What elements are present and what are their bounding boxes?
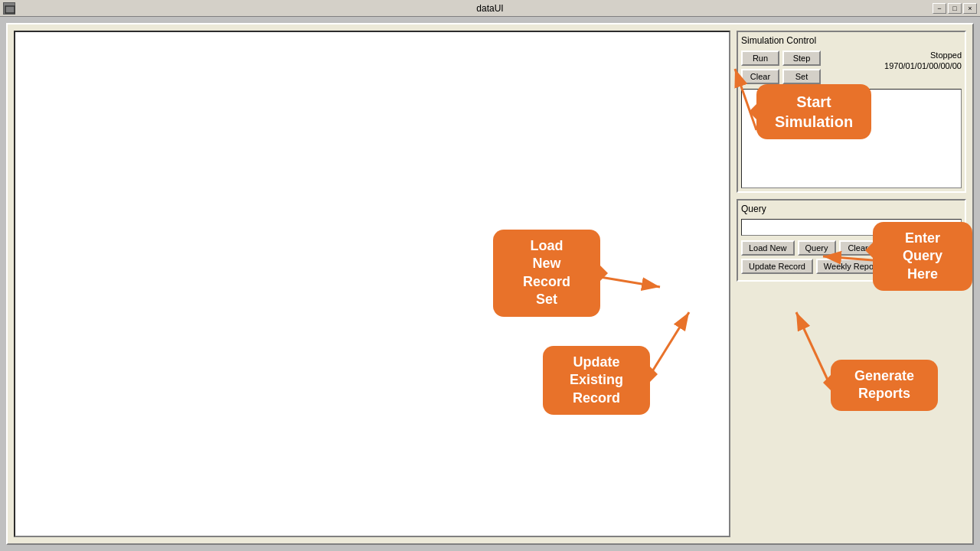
maximize-button[interactable]: □ bbox=[948, 3, 962, 14]
step-button[interactable]: Step bbox=[782, 51, 821, 66]
query-panel-title: Query bbox=[741, 204, 962, 214]
load-new-record-bubble: Load New Record Set bbox=[493, 230, 600, 317]
canvas-area bbox=[14, 31, 730, 537]
start-sim-label: Start Simulation bbox=[775, 93, 853, 130]
update-existing-label: Update Existing Record bbox=[570, 354, 623, 406]
generate-reports-label: Generate Reports bbox=[854, 368, 914, 401]
status-label: Stopped bbox=[930, 51, 962, 60]
window-title: dataUI bbox=[476, 3, 503, 14]
sim-status-area: Stopped 1970/01/01/00/00/00 bbox=[824, 51, 962, 70]
update-record-button[interactable]: Update Record bbox=[741, 259, 813, 274]
clear-sim-button[interactable]: Clear bbox=[741, 69, 779, 84]
run-button[interactable]: Run bbox=[741, 51, 779, 66]
window-controls: − □ × bbox=[933, 3, 977, 14]
set-button[interactable]: Set bbox=[782, 69, 821, 84]
update-existing-record-bubble: Update Existing Record bbox=[543, 346, 650, 415]
query-button[interactable]: Query bbox=[798, 240, 836, 256]
enter-query-label: Enter Query Here bbox=[903, 230, 942, 282]
load-new-button[interactable]: Load New bbox=[741, 240, 795, 256]
enter-query-bubble: Enter Query Here bbox=[873, 222, 972, 291]
datetime-label: 1970/01/01/00/00/00 bbox=[884, 61, 962, 70]
sim-buttons: Run Step Clear Set bbox=[741, 51, 821, 84]
minimize-button[interactable]: − bbox=[933, 3, 946, 14]
start-simulation-bubble: Start Simulation bbox=[756, 84, 871, 139]
close-button[interactable]: × bbox=[963, 3, 977, 14]
generate-reports-bubble: Generate Reports bbox=[831, 360, 938, 411]
sim-control-title: Simulation Control bbox=[741, 35, 962, 46]
title-bar: dataUI − □ × bbox=[0, 0, 980, 17]
load-new-label: Load New Record Set bbox=[523, 238, 570, 307]
window-icon bbox=[3, 2, 15, 15]
svg-rect-0 bbox=[5, 6, 15, 13]
